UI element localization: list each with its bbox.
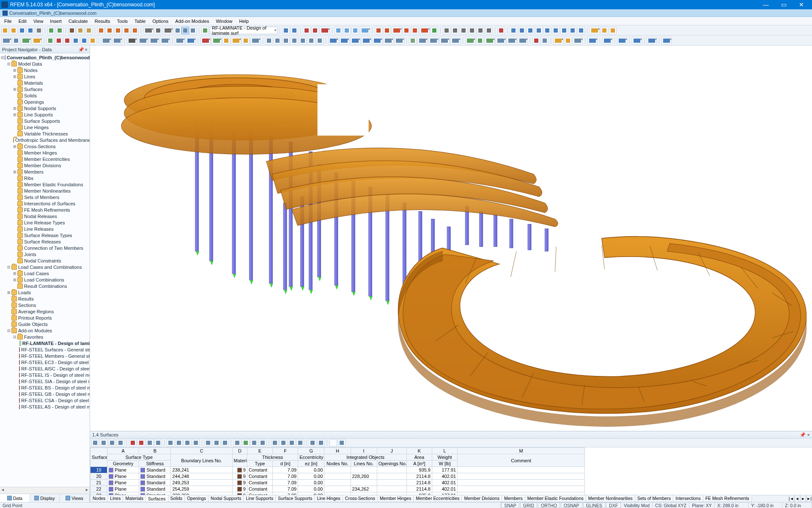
tree-item[interactable]: Materials <box>0 80 90 86</box>
tree-item[interactable]: RF-STEEL GB - Design of steel memt <box>0 391 90 397</box>
calc2-icon[interactable] <box>311 27 319 34</box>
vw6-icon[interactable] <box>552 27 560 34</box>
tree-item[interactable]: Joints <box>0 251 90 257</box>
tree-item[interactable]: Line Release Types <box>0 219 90 226</box>
tree-item[interactable]: Member Divisions <box>0 162 90 168</box>
t2-14-icon[interactable] <box>138 37 148 44</box>
t2-7-icon[interactable] <box>63 37 71 44</box>
select-dd-icon[interactable] <box>143 27 154 34</box>
tree-item[interactable]: RF-LAMINATE - Design of lami <box>0 340 90 346</box>
tt5-icon[interactable] <box>129 439 137 447</box>
tt2-icon[interactable] <box>100 439 107 447</box>
tree-item[interactable]: Openings <box>0 99 90 105</box>
table-tab[interactable]: Sets of Members <box>635 495 673 502</box>
tab-nav-prev[interactable]: ◄ <box>794 495 800 502</box>
tree-item[interactable]: RF-STEEL CSA - Design of steel mem <box>0 397 90 403</box>
tt20-icon[interactable] <box>271 439 279 447</box>
tree-item[interactable]: Line Releases <box>0 226 90 232</box>
res1-icon[interactable] <box>335 27 342 34</box>
col-surface-no[interactable]: Surface No. <box>91 448 107 467</box>
close-button[interactable]: ✕ <box>793 0 810 9</box>
t2-47-icon[interactable] <box>496 37 506 44</box>
tt19-icon[interactable] <box>259 439 266 447</box>
t2-18-icon[interactable] <box>186 37 196 44</box>
tree-favorites[interactable]: ⊟Favorites <box>0 334 90 340</box>
vw5-icon[interactable] <box>543 27 551 34</box>
tt21-icon[interactable] <box>280 439 287 447</box>
status-grid[interactable]: GRID <box>520 502 537 508</box>
tree-item[interactable]: ⊞Loads <box>0 289 90 295</box>
tt10-icon[interactable] <box>175 439 183 447</box>
menu-options[interactable]: Options <box>149 18 172 25</box>
tree-item[interactable]: Nodal Releases <box>0 213 90 219</box>
table-tab[interactable]: Member Eccentricities <box>413 495 462 502</box>
table-tab[interactable]: Openings <box>184 495 208 502</box>
navtab-views[interactable]: Views <box>60 494 90 502</box>
save-icon[interactable] <box>18 27 26 34</box>
col-I[interactable]: I <box>351 448 377 454</box>
t2-38-icon[interactable] <box>394 37 404 44</box>
menu-tools[interactable]: Tools <box>113 18 131 25</box>
tree-item[interactable]: Member Eccentricities <box>0 156 90 162</box>
menu-view[interactable]: View <box>30 18 47 25</box>
grp5-icon[interactable] <box>411 27 419 34</box>
tree-item[interactable]: Nodal Constraints <box>0 257 90 264</box>
t2-6-icon[interactable] <box>55 37 63 44</box>
t2-12-icon[interactable] <box>112 37 122 44</box>
res2-icon[interactable] <box>343 27 351 34</box>
menu-insert[interactable]: Insert <box>47 18 65 25</box>
tree-item[interactable]: Average Regions <box>0 308 90 315</box>
tree-item[interactable]: ⊞Lines <box>0 73 90 80</box>
col-F[interactable]: F <box>273 448 298 454</box>
table-tab[interactable]: Member Divisions <box>461 495 502 502</box>
table-tab[interactable]: Nodal Supports <box>208 495 244 502</box>
del-icon[interactable] <box>497 27 505 34</box>
tt26-icon[interactable] <box>338 439 346 447</box>
tt23-icon[interactable] <box>296 439 304 447</box>
table-tab[interactable]: Member Nonlinearities <box>586 495 635 502</box>
t2-26-icon[interactable] <box>274 37 281 44</box>
t2-56-icon[interactable] <box>602 37 612 44</box>
table-tab[interactable]: Cross-Sections <box>343 495 378 502</box>
rotate-icon[interactable] <box>123 27 130 34</box>
tree-item[interactable]: Connection of Two Members <box>0 245 90 251</box>
t2-4-icon[interactable] <box>32 37 42 44</box>
tree-item[interactable]: ⊞Load Combinations <box>0 276 90 283</box>
tree-item[interactable]: Printout Reports <box>0 315 90 321</box>
col-M[interactable]: M <box>458 448 585 454</box>
table-row[interactable]: 23PlaneStandard228,2609Constant7.090.009… <box>91 492 585 495</box>
menu-window[interactable]: Window <box>212 18 236 25</box>
t2-46-icon[interactable] <box>485 37 495 44</box>
calc1-icon[interactable] <box>303 27 310 34</box>
menu-file[interactable]: File <box>1 18 15 25</box>
table-tab[interactable]: Surface Supports <box>275 495 315 502</box>
col-B[interactable]: B <box>139 448 171 454</box>
tree-item[interactable]: RF-STEEL AS - Design of steel memt <box>0 403 90 410</box>
t2-39-icon[interactable] <box>409 37 417 44</box>
t2-29-icon[interactable] <box>299 37 307 44</box>
tool2-icon[interactable] <box>163 27 173 34</box>
tree-item[interactable]: ⊞Line Supports <box>0 111 90 118</box>
t2-40-icon[interactable] <box>417 37 428 44</box>
table-row[interactable]: 19PlaneStandard238,2419Constant7.090.009… <box>91 467 585 473</box>
t2-24-icon[interactable] <box>250 37 261 44</box>
t2-32-icon[interactable] <box>328 37 338 44</box>
vw9-icon[interactable] <box>577 27 585 34</box>
t2-17-icon[interactable] <box>175 37 185 44</box>
tree-item[interactable]: ⊞Surfaces <box>0 86 90 92</box>
minimize-button[interactable]: — <box>757 0 775 9</box>
tt24-icon[interactable] <box>309 439 316 447</box>
menu-calculate[interactable]: Calculate <box>65 18 91 25</box>
t2-13-icon[interactable] <box>127 37 137 44</box>
t2-5-icon[interactable] <box>47 37 54 44</box>
tree-item[interactable]: Guide Objects <box>0 321 90 327</box>
zoom2-icon[interactable] <box>106 27 113 34</box>
col-L[interactable]: L <box>432 448 457 454</box>
tab-nav-first[interactable]: |◄ <box>788 495 794 502</box>
tt6-icon[interactable] <box>137 439 145 447</box>
grp7-icon[interactable] <box>431 27 438 34</box>
tree-item[interactable]: RF-STEEL SIA - Design of steel mem <box>0 378 90 384</box>
tree-item[interactable]: Orthotropic Surfaces and Membrane <box>0 137 90 143</box>
t2-10-icon[interactable] <box>89 37 96 44</box>
t2-9-icon[interactable] <box>80 37 88 44</box>
